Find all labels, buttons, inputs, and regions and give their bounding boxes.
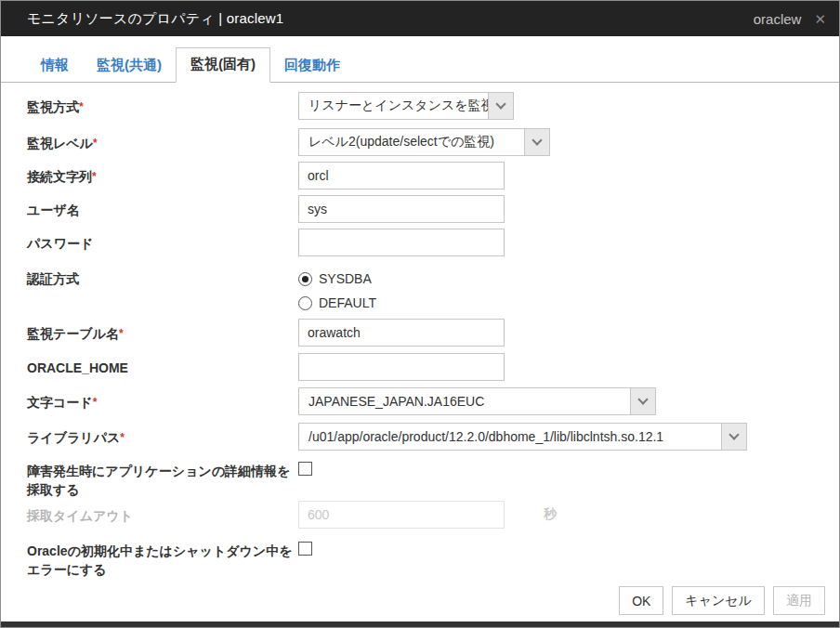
oracle-home-label: ORACLE_HOME [27, 353, 298, 377]
radio-default[interactable]: DEFAULT [298, 291, 376, 315]
chevron-down-icon[interactable] [630, 388, 655, 414]
collect-timeout-label: 採取タイムアウト [27, 501, 298, 525]
library-path-label: ライブラリパス* [27, 423, 298, 447]
radio-button-icon[interactable] [298, 272, 312, 286]
row-collect-timeout: 採取タイムアウト 秒 [27, 501, 824, 529]
monitor-level-select[interactable]: レベル2(update/selectでの監視) [298, 128, 550, 156]
error-during-init-label: Oracleの初期化中またはシャットダウン中をエラーにする [27, 540, 298, 579]
user-name-label: ユーザ名 [27, 195, 298, 219]
required-mark: * [119, 327, 124, 340]
collect-timeout-unit: 秒 [505, 501, 557, 523]
required-mark: * [93, 137, 98, 150]
monitor-method-value: リスナーとインスタンスを監視 [299, 98, 488, 114]
required-mark: * [93, 396, 98, 409]
row-auth-method: 認証方式 SYSDBA DEFAULT [27, 264, 824, 315]
char-code-label: 文字コード* [27, 387, 298, 412]
collect-detail-checkbox[interactable] [298, 462, 312, 476]
auth-method-radio-group: SYSDBA DEFAULT [298, 264, 376, 315]
row-connect-string: 接続文字列* [27, 162, 824, 190]
library-path-value: /u01/app/oracle/product/12.2.0/dbhome_1/… [299, 429, 721, 444]
window-label: oraclew [754, 11, 802, 27]
required-mark: * [79, 100, 84, 113]
row-user-name: ユーザ名 [27, 195, 824, 223]
dialog-bottom-edge [1, 621, 839, 627]
tab-monitor-special[interactable]: 監視(固有) [176, 47, 270, 83]
connect-string-input[interactable] [298, 162, 505, 190]
collect-timeout-input [298, 501, 505, 529]
radio-button-icon[interactable] [298, 296, 312, 310]
tab-recovery-action[interactable]: 回復動作 [270, 49, 354, 83]
row-collect-detail: 障害発生時にアプリケーションの詳細情報を採取する [27, 460, 824, 499]
monitor-level-value: レベル2(update/selectでの監視) [299, 134, 524, 150]
close-icon[interactable]: ✕ [814, 12, 826, 26]
collect-detail-label: 障害発生時にアプリケーションの詳細情報を採取する [27, 460, 298, 499]
char-code-select[interactable]: JAPANESE_JAPAN.JA16EUC [298, 387, 656, 415]
tab-monitor-common[interactable]: 監視(共通) [83, 49, 176, 83]
char-code-value: JAPANESE_JAPAN.JA16EUC [299, 394, 630, 409]
auth-method-label: 認証方式 [27, 264, 298, 288]
user-name-input[interactable] [298, 195, 505, 223]
password-input[interactable] [298, 229, 505, 256]
row-monitor-method: 監視方式* リスナーとインスタンスを監視 [27, 92, 824, 120]
error-during-init-checkbox[interactable] [298, 542, 312, 556]
chevron-down-icon[interactable] [524, 129, 549, 155]
monitor-method-label: 監視方式* [27, 92, 298, 116]
footer-buttons: OK キャンセル 適用 [619, 586, 825, 615]
monitor-resource-properties-dialog: モニタリソースのプロパティ | oraclew1 oraclew ✕ 情報 監視… [0, 0, 840, 628]
password-label: パスワード [27, 229, 298, 253]
monitor-method-select[interactable]: リスナーとインスタンスを監視 [298, 92, 514, 120]
radio-sysdba[interactable]: SYSDBA [298, 267, 376, 291]
cancel-button[interactable]: キャンセル [672, 586, 765, 615]
row-oracle-home: ORACLE_HOME [27, 353, 824, 381]
monitor-table-label: 監視テーブル名* [27, 319, 298, 343]
titlebar: モニタリソースのプロパティ | oraclew1 oraclew ✕ [1, 1, 839, 36]
form-content: 監視方式* リスナーとインスタンスを監視 監視レベル* レベル2(update/… [1, 83, 839, 579]
row-password: パスワード [27, 229, 824, 256]
oracle-home-input[interactable] [298, 353, 505, 381]
monitor-level-label: 監視レベル* [27, 128, 298, 152]
radio-sysdba-label: SYSDBA [319, 271, 372, 286]
required-mark: * [120, 431, 125, 444]
row-library-path: ライブラリパス* /u01/app/oracle/product/12.2.0/… [27, 423, 824, 451]
radio-default-label: DEFAULT [319, 295, 376, 310]
dialog-title: モニタリソースのプロパティ | oraclew1 [27, 10, 283, 28]
tab-info[interactable]: 情報 [27, 49, 83, 83]
tabbar: 情報 監視(共通) 監視(固有) 回復動作 [1, 36, 839, 83]
ok-button[interactable]: OK [619, 586, 663, 615]
chevron-down-icon[interactable] [488, 93, 513, 119]
monitor-table-input[interactable] [298, 319, 505, 347]
row-char-code: 文字コード* JAPANESE_JAPAN.JA16EUC [27, 387, 824, 415]
row-monitor-level: 監視レベル* レベル2(update/selectでの監視) [27, 128, 824, 156]
row-error-during-init: Oracleの初期化中またはシャットダウン中をエラーにする [27, 540, 824, 579]
row-monitor-table: 監視テーブル名* [27, 319, 824, 347]
chevron-down-icon[interactable] [721, 424, 746, 450]
required-mark: * [92, 170, 97, 183]
connect-string-label: 接続文字列* [27, 162, 298, 186]
library-path-select[interactable]: /u01/app/oracle/product/12.2.0/dbhome_1/… [298, 423, 747, 451]
apply-button[interactable]: 適用 [773, 586, 825, 615]
